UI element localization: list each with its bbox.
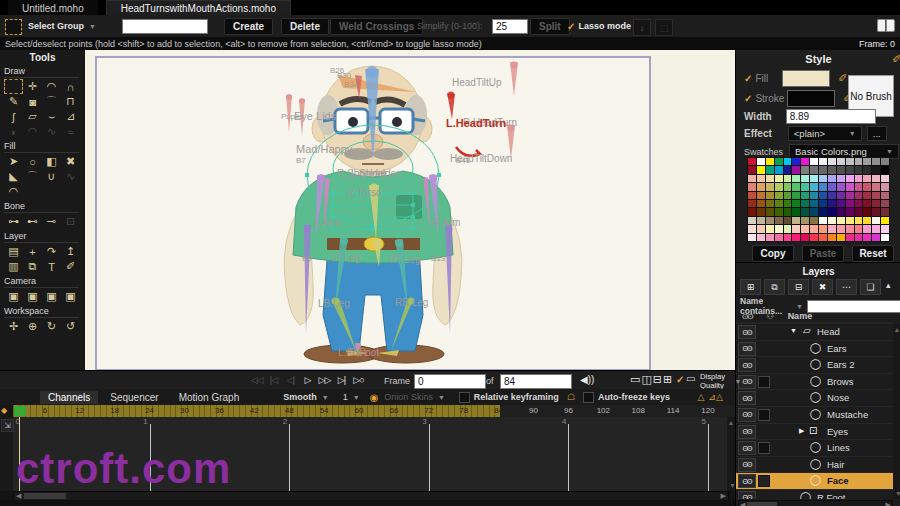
color-swatch[interactable] xyxy=(837,234,845,241)
timeline-track-area[interactable]: 012345 ctroft.com xyxy=(0,417,727,491)
noise-tool[interactable]: ∿ xyxy=(42,124,61,139)
step-back-button[interactable]: ◁| xyxy=(282,373,299,387)
duplicate-layer-button[interactable]: ⧉ xyxy=(764,279,785,295)
color-swatch[interactable] xyxy=(748,166,756,173)
color-swatch[interactable] xyxy=(766,200,774,207)
color-swatch[interactable] xyxy=(846,183,854,190)
color-swatch[interactable] xyxy=(784,166,792,173)
color-swatch[interactable] xyxy=(784,225,792,232)
color-swatch[interactable] xyxy=(784,217,792,224)
create-button[interactable]: Create xyxy=(224,18,273,35)
reparent-bone-tool[interactable]: ⊷ xyxy=(23,214,42,229)
color-swatch[interactable] xyxy=(881,192,889,199)
color-swatch[interactable] xyxy=(775,217,783,224)
color-swatch[interactable] xyxy=(748,183,756,190)
color-swatch[interactable] xyxy=(784,175,792,182)
color-swatch[interactable] xyxy=(855,217,863,224)
eyedropper-tool[interactable]: ✐ xyxy=(61,259,80,274)
add-bone-tool[interactable]: ⊶ xyxy=(4,214,23,229)
rectangle-tool[interactable]: ▱ xyxy=(23,109,42,124)
visibility-icon[interactable]: ʘʘ xyxy=(738,458,756,472)
color-swatch[interactable] xyxy=(872,183,880,190)
color-swatch[interactable] xyxy=(863,234,871,241)
draw-shape-tool[interactable]: ʃ xyxy=(4,109,23,124)
layer-checkbox[interactable] xyxy=(758,409,770,421)
color-swatch[interactable] xyxy=(775,183,783,190)
insert-point-tool[interactable]: ∩ xyxy=(61,79,80,94)
layer-row-nose[interactable]: ʘʘ◯Nose xyxy=(736,390,893,407)
layer-row-ears[interactable]: ʘʘ◯Ears xyxy=(736,341,893,358)
layer-row-ears-2[interactable]: ʘʘ◯Ears 2 xyxy=(736,357,893,374)
color-swatch[interactable] xyxy=(881,225,889,232)
visibility-icon[interactable]: ʘʘ xyxy=(738,342,756,356)
color-swatch[interactable] xyxy=(846,158,854,165)
color-swatch[interactable] xyxy=(846,217,854,224)
color-swatch[interactable] xyxy=(837,183,845,190)
visibility-icon[interactable]: ʘʘ xyxy=(738,491,756,499)
select-shape-tool[interactable]: ➤ xyxy=(4,154,23,169)
color-swatch[interactable] xyxy=(792,225,800,232)
color-swatch[interactable] xyxy=(872,192,880,199)
color-swatch[interactable] xyxy=(792,183,800,190)
color-swatch[interactable] xyxy=(837,158,845,165)
pan-tool[interactable]: ✢ xyxy=(4,319,23,334)
lasso-subtract-icon[interactable]: ⬚ xyxy=(655,19,673,36)
color-swatch[interactable] xyxy=(881,234,889,241)
color-swatch[interactable] xyxy=(828,192,836,199)
split-button[interactable]: Split xyxy=(530,18,570,35)
blob-brush-tool[interactable]: ◙ xyxy=(23,94,42,109)
color-swatch[interactable] xyxy=(801,166,809,173)
color-swatch[interactable] xyxy=(810,183,818,190)
delete-button[interactable]: Delete xyxy=(281,18,329,35)
visibility-icon[interactable]: ʘʘ xyxy=(738,474,756,488)
color-swatch[interactable] xyxy=(872,175,880,182)
color-swatch[interactable] xyxy=(775,208,783,215)
color-swatch[interactable] xyxy=(775,192,783,199)
color-swatch[interactable] xyxy=(757,234,765,241)
tab-untitled[interactable]: Untitled.moho xyxy=(8,0,98,15)
reset-button[interactable]: Reset xyxy=(852,245,894,262)
color-swatch[interactable] xyxy=(828,234,836,241)
color-swatch[interactable] xyxy=(801,200,809,207)
color-swatch[interactable] xyxy=(810,192,818,199)
select-points-icon[interactable] xyxy=(5,19,22,35)
layout-single-button[interactable]: ▭ xyxy=(630,373,640,386)
color-swatch[interactable] xyxy=(775,200,783,207)
color-swatch[interactable] xyxy=(846,225,854,232)
color-swatch[interactable] xyxy=(757,217,765,224)
color-swatch[interactable] xyxy=(881,158,889,165)
color-swatch[interactable] xyxy=(881,217,889,224)
color-swatch[interactable] xyxy=(819,175,827,182)
line-width-tool[interactable]: ◣ xyxy=(4,169,23,184)
layer-row-lines[interactable]: ʘʘ◯Lines xyxy=(736,440,893,457)
more-options-button[interactable]: ⋯ xyxy=(836,279,857,295)
color-swatch[interactable] xyxy=(766,192,774,199)
color-swatch[interactable] xyxy=(757,175,765,182)
color-swatch[interactable] xyxy=(863,217,871,224)
new-group-button[interactable]: ⊟ xyxy=(788,279,809,295)
curve-tool[interactable]: ⌒ xyxy=(42,94,61,109)
new-layer-tool[interactable]: ▤ xyxy=(4,244,23,259)
color-swatch[interactable] xyxy=(872,208,880,215)
color-swatch[interactable] xyxy=(855,158,863,165)
color-swatch[interactable] xyxy=(863,225,871,232)
color-swatch[interactable] xyxy=(837,217,845,224)
add-point-tool[interactable]: ◠ xyxy=(42,79,61,94)
color-swatch[interactable] xyxy=(766,183,774,190)
color-swatch-grid[interactable] xyxy=(747,157,890,242)
gradient-tool[interactable]: ◠ xyxy=(4,184,23,199)
freehand-tool[interactable]: ✎ xyxy=(4,94,23,109)
follow-path-tool[interactable]: ↷ xyxy=(42,244,61,259)
color-swatch[interactable] xyxy=(819,158,827,165)
visibility-icon[interactable]: ʘʘ xyxy=(738,408,756,422)
color-swatch[interactable] xyxy=(855,166,863,173)
camera-track-tool[interactable]: ▣ xyxy=(4,289,23,304)
visibility-icon[interactable]: ʘʘ xyxy=(738,391,756,405)
color-swatch[interactable] xyxy=(766,208,774,215)
layer-row-r-foot[interactable]: ʘʘ◯R.Foot xyxy=(736,490,893,499)
color-swatch[interactable] xyxy=(819,200,827,207)
prev-keyframe-button[interactable]: |◁ xyxy=(265,373,282,387)
color-swatch[interactable] xyxy=(837,166,845,173)
color-swatch[interactable] xyxy=(837,175,845,182)
color-swatch[interactable] xyxy=(828,183,836,190)
